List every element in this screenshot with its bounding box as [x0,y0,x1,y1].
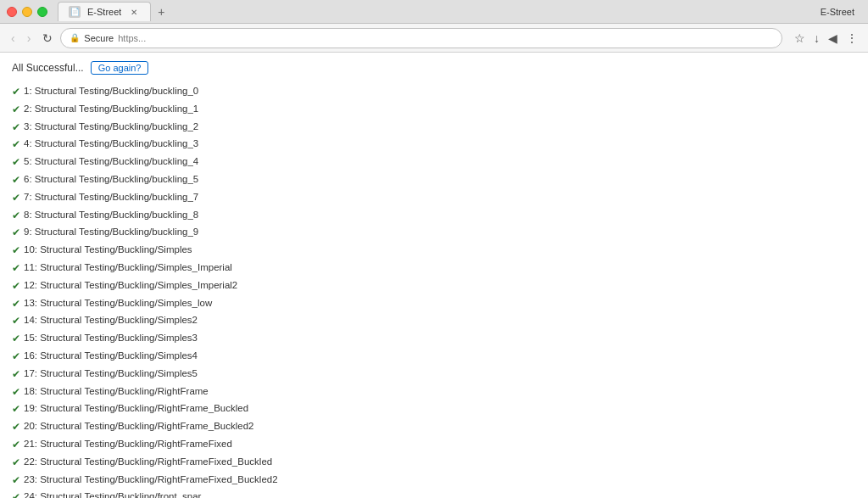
bookmark-button[interactable]: ☆ [791,30,809,47]
list-item: ✔15: Structural Testing/Buckling/Simples… [12,330,856,348]
item-text: 12: Structural Testing/Buckling/Simples_… [24,277,237,294]
active-tab[interactable]: 📄 E-Street ✕ [58,2,151,21]
tab-close-button[interactable]: ✕ [128,8,140,17]
check-icon: ✔ [12,384,20,401]
list-item: ✔24: Structural Testing/Buckling/front_s… [12,489,856,498]
reload-button[interactable]: ↻ [38,30,57,47]
check-icon: ✔ [12,455,20,472]
list-item: ✔7: Structural Testing/Buckling/buckling… [12,189,856,207]
item-text: 24: Structural Testing/Buckling/front_sp… [24,489,201,498]
results-list: ✔1: Structural Testing/Buckling/buckling… [12,83,856,498]
secure-label: Secure [84,33,114,43]
item-text: 8: Structural Testing/Buckling/buckling_… [24,207,198,223]
list-item: ✔8: Structural Testing/Buckling/buckling… [12,207,856,225]
title-bar: 📄 E-Street ✕ + E-Street [0,0,868,24]
item-text: 6: Structural Testing/Buckling/buckling_… [24,171,198,187]
check-icon: ✔ [12,137,20,154]
close-window-button[interactable] [7,7,17,17]
nav-bar: ‹ › ↻ 🔒 Secure https... ☆ ↓ ◀ ⋮ [0,24,868,53]
back-button[interactable]: ‹ [7,30,19,47]
item-text: 10: Structural Testing/Buckling/Simples [24,242,192,258]
extension-button[interactable]: ◀ [825,30,841,47]
list-item: ✔14: Structural Testing/Buckling/Simples… [12,312,856,330]
item-text: 15: Structural Testing/Buckling/Simples3 [24,330,198,346]
check-icon: ✔ [12,172,20,189]
traffic-lights [7,7,47,17]
check-icon: ✔ [12,296,20,313]
item-text: 1: Structural Testing/Buckling/buckling_… [24,83,198,99]
check-icon: ✔ [12,437,20,454]
check-icon: ✔ [12,401,20,418]
list-item: ✔5: Structural Testing/Buckling/buckling… [12,154,856,171]
tab-favicon: 📄 [69,6,81,18]
item-text: 14: Structural Testing/Buckling/Simples2 [24,312,198,328]
check-icon: ✔ [12,331,20,348]
list-item: ✔20: Structural Testing/Buckling/RightFr… [12,418,856,436]
check-icon: ✔ [12,349,20,366]
item-text: 7: Structural Testing/Buckling/buckling_… [24,189,198,205]
item-text: 13: Structural Testing/Buckling/Simples_… [24,295,212,311]
list-item: ✔9: Structural Testing/Buckling/buckling… [12,224,856,242]
list-item: ✔16: Structural Testing/Buckling/Simples… [12,348,856,366]
check-icon: ✔ [12,243,20,260]
new-tab-button[interactable]: + [154,5,168,19]
item-text: 23: Structural Testing/Buckling/RightFra… [24,472,278,488]
status-text: All Successful... [12,62,84,74]
list-item: ✔19: Structural Testing/Buckling/RightFr… [12,400,856,418]
minimize-window-button[interactable] [22,7,32,17]
list-item: ✔12: Structural Testing/Buckling/Simples… [12,277,856,295]
item-text: 4: Structural Testing/Buckling/buckling_… [24,136,198,152]
list-item: ✔23: Structural Testing/Buckling/RightFr… [12,472,856,490]
list-item: ✔17: Structural Testing/Buckling/Simples… [12,366,856,383]
more-button[interactable]: ⋮ [843,30,861,47]
item-text: 16: Structural Testing/Buckling/Simples4 [24,348,198,364]
main-content: All Successful... Go again? ✔1: Structur… [0,53,868,498]
check-icon: ✔ [12,260,20,277]
list-item: ✔4: Structural Testing/Buckling/buckling… [12,136,856,154]
download-button[interactable]: ↓ [810,30,823,47]
address-bar[interactable]: 🔒 Secure https... [60,28,782,48]
nav-actions: ☆ ↓ ◀ ⋮ [791,30,861,47]
item-text: 2: Structural Testing/Buckling/buckling_… [24,101,198,117]
list-item: ✔18: Structural Testing/Buckling/RightFr… [12,383,856,401]
list-item: ✔1: Structural Testing/Buckling/buckling… [12,83,856,101]
tab-area: 📄 E-Street ✕ + [58,2,821,21]
check-icon: ✔ [12,490,20,498]
list-item: ✔3: Structural Testing/Buckling/buckling… [12,119,856,137]
tab-title: E-Street [87,7,121,17]
check-icon: ✔ [12,120,20,137]
check-icon: ✔ [12,154,20,171]
list-item: ✔2: Structural Testing/Buckling/buckling… [12,101,856,119]
status-bar: All Successful... Go again? [12,61,856,75]
check-icon: ✔ [12,225,20,242]
check-icon: ✔ [12,102,20,119]
item-text: 19: Structural Testing/Buckling/RightFra… [24,400,248,417]
item-text: 11: Structural Testing/Buckling/Simples_… [24,260,232,276]
list-item: ✔21: Structural Testing/Buckling/RightFr… [12,436,856,454]
list-item: ✔11: Structural Testing/Buckling/Simples… [12,260,856,277]
go-again-button[interactable]: Go again? [91,61,149,75]
window-title: E-Street [821,7,861,17]
check-icon: ✔ [12,367,20,383]
item-text: 17: Structural Testing/Buckling/Simples5 [24,366,198,382]
list-item: ✔10: Structural Testing/Buckling/Simples [12,242,856,260]
item-text: 5: Structural Testing/Buckling/buckling_… [24,154,198,170]
check-icon: ✔ [12,278,20,295]
check-icon: ✔ [12,473,20,490]
check-icon: ✔ [12,313,20,330]
check-icon: ✔ [12,84,20,101]
maximize-window-button[interactable] [37,7,47,17]
list-item: ✔6: Structural Testing/Buckling/buckling… [12,171,856,189]
forward-button[interactable]: › [23,30,36,47]
address-url: https... [118,33,146,43]
list-item: ✔13: Structural Testing/Buckling/Simples… [12,295,856,313]
item-text: 9: Structural Testing/Buckling/buckling_… [24,224,198,240]
item-text: 22: Structural Testing/Buckling/RightFra… [24,454,272,470]
list-item: ✔22: Structural Testing/Buckling/RightFr… [12,454,856,472]
item-text: 21: Structural Testing/Buckling/RightFra… [24,436,232,452]
item-text: 20: Structural Testing/Buckling/RightFra… [24,418,253,434]
secure-icon: 🔒 [70,33,80,42]
check-icon: ✔ [12,208,20,225]
check-icon: ✔ [12,419,20,436]
item-text: 18: Structural Testing/Buckling/RightFra… [24,383,209,400]
